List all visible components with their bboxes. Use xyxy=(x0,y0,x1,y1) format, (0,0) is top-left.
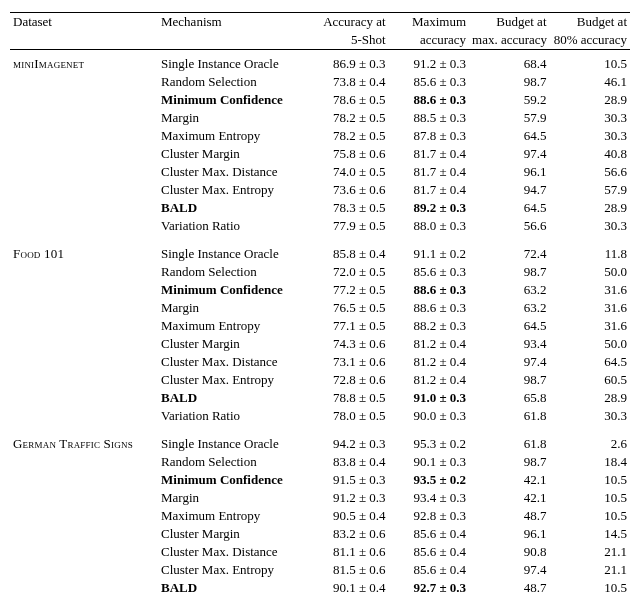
budmax-cell: 96.1 xyxy=(469,163,549,181)
table-row: Minimum Confidence78.6 ± 0.588.6 ± 0.359… xyxy=(10,91,630,109)
table-row: Cluster Max. Entropy73.6 ± 0.681.7 ± 0.4… xyxy=(10,181,630,199)
bud80-cell: 31.6 xyxy=(550,317,631,335)
acc5-cell: 81.5 ± 0.6 xyxy=(308,561,388,579)
maxacc-cell: 81.7 ± 0.4 xyxy=(389,145,469,163)
acc5-cell: 94.2 ± 0.3 xyxy=(308,430,388,453)
mechanism-cell: Minimum Confidence xyxy=(158,91,308,109)
table-row: Random Selection72.0 ± 0.585.6 ± 0.398.7… xyxy=(10,263,630,281)
acc5-cell: 83.2 ± 0.6 xyxy=(308,525,388,543)
maxacc-cell: 89.2 ± 0.3 xyxy=(389,199,469,217)
mechanism-cell: Minimum Confidence xyxy=(158,471,308,489)
maxacc-cell: 87.8 ± 0.3 xyxy=(389,127,469,145)
mechanism-cell: Margin xyxy=(158,489,308,507)
table-row: Cluster Margin75.8 ± 0.681.7 ± 0.497.440… xyxy=(10,145,630,163)
mechanism-cell: BALD xyxy=(158,579,308,597)
mechanism-cell: Cluster Max. Distance xyxy=(158,543,308,561)
acc5-cell: 78.3 ± 0.5 xyxy=(308,199,388,217)
mechanism-cell: Cluster Margin xyxy=(158,335,308,353)
budmax-cell: 94.7 xyxy=(469,181,549,199)
bud80-cell: 30.3 xyxy=(550,407,631,430)
acc5-cell: 77.1 ± 0.5 xyxy=(308,317,388,335)
budmax-cell: 63.2 xyxy=(469,281,549,299)
bud80-cell: 10.5 xyxy=(550,489,631,507)
mechanism-cell: Cluster Max. Entropy xyxy=(158,371,308,389)
mechanism-cell: Minimum Confidence xyxy=(158,281,308,299)
table-row: Margin76.5 ± 0.588.6 ± 0.363.231.6 xyxy=(10,299,630,317)
acc5-cell: 90.1 ± 0.4 xyxy=(308,579,388,597)
maxacc-cell: 88.6 ± 0.3 xyxy=(389,91,469,109)
maxacc-cell: 81.2 ± 0.4 xyxy=(389,353,469,371)
maxacc-cell: 92.7 ± 0.3 xyxy=(389,579,469,597)
budmax-cell: 59.2 xyxy=(469,91,549,109)
bud80-cell: 14.5 xyxy=(550,525,631,543)
maxacc-cell: 81.2 ± 0.4 xyxy=(389,371,469,389)
maxacc-cell: 91.2 ± 0.3 xyxy=(389,50,469,74)
maxacc-cell: 85.6 ± 0.4 xyxy=(389,525,469,543)
table-row: Margin78.2 ± 0.588.5 ± 0.357.930.3 xyxy=(10,109,630,127)
budmax-cell: 57.9 xyxy=(469,109,549,127)
table-row: Cluster Max. Distance74.0 ± 0.581.7 ± 0.… xyxy=(10,163,630,181)
table-row: Random Selection83.8 ± 0.490.1 ± 0.398.7… xyxy=(10,453,630,471)
acc5-cell: 78.2 ± 0.5 xyxy=(308,109,388,127)
col-bud80-header-line1: Budget at xyxy=(550,13,631,32)
bud80-cell: 30.3 xyxy=(550,127,631,145)
budmax-cell: 98.7 xyxy=(469,263,549,281)
acc5-cell: 74.0 ± 0.5 xyxy=(308,163,388,181)
acc5-cell: 77.9 ± 0.5 xyxy=(308,217,388,240)
budmax-cell: 98.7 xyxy=(469,371,549,389)
mechanism-cell: Random Selection xyxy=(158,73,308,91)
bud80-cell: 11.8 xyxy=(550,240,631,263)
bud80-cell: 56.6 xyxy=(550,163,631,181)
maxacc-cell: 85.6 ± 0.3 xyxy=(389,73,469,91)
col-budmax-header-line2: max. accuracy xyxy=(469,31,549,50)
table-row: Margin91.2 ± 0.393.4 ± 0.342.110.5 xyxy=(10,489,630,507)
maxacc-cell: 91.0 ± 0.3 xyxy=(389,389,469,407)
budmax-cell: 96.1 xyxy=(469,525,549,543)
bud80-cell: 57.9 xyxy=(550,181,631,199)
maxacc-cell: 85.6 ± 0.3 xyxy=(389,263,469,281)
mechanism-cell: Cluster Margin xyxy=(158,525,308,543)
table-row: Variation Ratio77.9 ± 0.588.0 ± 0.356.63… xyxy=(10,217,630,240)
table-row: Food 101Single Instance Oracle85.8 ± 0.4… xyxy=(10,240,630,263)
budmax-cell: 97.4 xyxy=(469,145,549,163)
dataset-label: miniImagenet xyxy=(13,56,84,71)
maxacc-cell: 88.0 ± 0.3 xyxy=(389,217,469,240)
budmax-cell: 68.4 xyxy=(469,50,549,74)
acc5-cell: 73.1 ± 0.6 xyxy=(308,353,388,371)
maxacc-cell: 90.0 ± 0.3 xyxy=(389,407,469,430)
table-row: Minimum Confidence91.5 ± 0.393.5 ± 0.242… xyxy=(10,471,630,489)
budmax-cell: 65.8 xyxy=(469,389,549,407)
col-maxacc-header-line1: Maximum xyxy=(389,13,469,32)
acc5-cell: 85.8 ± 0.4 xyxy=(308,240,388,263)
maxacc-cell: 90.1 ± 0.3 xyxy=(389,453,469,471)
acc5-cell: 77.2 ± 0.5 xyxy=(308,281,388,299)
mechanism-cell: Cluster Margin xyxy=(158,145,308,163)
table-row: German Traffic SignsSingle Instance Orac… xyxy=(10,430,630,453)
table-row: Maximum Entropy77.1 ± 0.588.2 ± 0.364.53… xyxy=(10,317,630,335)
table-row: Cluster Max. Distance73.1 ± 0.681.2 ± 0.… xyxy=(10,353,630,371)
budmax-cell: 61.8 xyxy=(469,430,549,453)
table-row: Cluster Margin74.3 ± 0.681.2 ± 0.493.450… xyxy=(10,335,630,353)
acc5-cell: 73.8 ± 0.4 xyxy=(308,73,388,91)
maxacc-cell: 95.3 ± 0.2 xyxy=(389,430,469,453)
table-row: BALD78.8 ± 0.591.0 ± 0.365.828.9 xyxy=(10,389,630,407)
col-acc5-header-line2: 5-Shot xyxy=(308,31,388,50)
bud80-cell: 10.5 xyxy=(550,471,631,489)
maxacc-cell: 91.1 ± 0.2 xyxy=(389,240,469,263)
bud80-cell: 30.3 xyxy=(550,109,631,127)
mechanism-cell: Cluster Max. Entropy xyxy=(158,181,308,199)
bud80-cell: 10.5 xyxy=(550,507,631,525)
mechanism-cell: Single Instance Oracle xyxy=(158,50,308,74)
table-row: BALD90.1 ± 0.492.7 ± 0.348.710.5 xyxy=(10,579,630,597)
mechanism-cell: Cluster Max. Distance xyxy=(158,353,308,371)
budmax-cell: 64.5 xyxy=(469,127,549,145)
table-row: Cluster Max. Distance81.1 ± 0.685.6 ± 0.… xyxy=(10,543,630,561)
table-row: Minimum Confidence77.2 ± 0.588.6 ± 0.363… xyxy=(10,281,630,299)
dataset-label: Food 101 xyxy=(13,246,64,261)
acc5-cell: 78.0 ± 0.5 xyxy=(308,407,388,430)
budmax-cell: 98.7 xyxy=(469,453,549,471)
mechanism-cell: Single Instance Oracle xyxy=(158,240,308,263)
maxacc-cell: 93.4 ± 0.3 xyxy=(389,489,469,507)
bud80-cell: 30.3 xyxy=(550,217,631,240)
bud80-cell: 21.1 xyxy=(550,543,631,561)
